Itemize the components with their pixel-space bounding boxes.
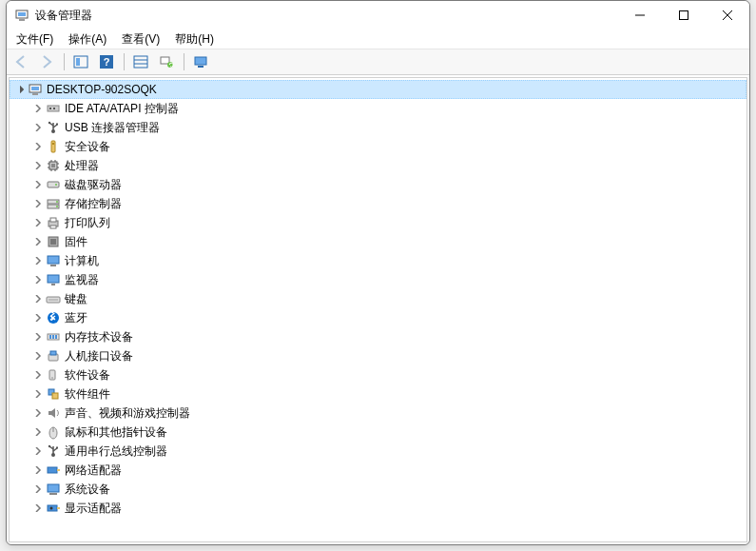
tree-node[interactable]: 蓝牙 [10,308,746,327]
window-title: 设备管理器 [35,8,618,24]
memory-tech-icon [46,329,61,344]
window-controls [618,1,749,30]
tree-root-node[interactable]: DESKTOP-902SOQK [10,80,746,99]
tree-node-label: 显示适配器 [65,501,129,517]
system-device-icon [46,482,61,497]
toolbar-help-button[interactable]: ? [94,50,119,73]
keyboard-icon [46,291,61,306]
expander-icon[interactable] [30,234,46,249]
svg-rect-52 [48,275,59,283]
expander-icon[interactable] [30,482,46,497]
tree-node[interactable]: 软件组件 [10,384,746,403]
svg-point-57 [52,299,53,300]
tree-node[interactable]: 显示适配器 [10,499,746,518]
menu-action[interactable]: 操作(A) [61,30,114,49]
tree-node[interactable]: IDE ATA/ATAPI 控制器 [10,99,746,118]
tree-node[interactable]: 磁盘驱动器 [10,175,746,194]
menu-view[interactable]: 查看(V) [114,30,167,49]
svg-rect-66 [55,335,57,339]
tree-node[interactable]: 内存技术设备 [10,327,746,346]
svg-rect-39 [48,182,59,187]
tree-node[interactable]: 安全设备 [10,137,746,156]
svg-rect-46 [50,218,56,222]
tree-node[interactable]: 计算机 [10,251,746,270]
expander-icon[interactable] [30,253,46,268]
tree-node-label: 蓝牙 [65,310,95,326]
tree-node[interactable]: 系统设备 [10,480,746,499]
svg-rect-17 [32,93,38,95]
network-adapter-icon [46,462,61,478]
menu-help[interactable]: 帮助(H) [167,30,222,49]
expander-icon[interactable] [30,158,46,173]
expander-icon[interactable] [30,291,46,306]
tree-node-label: 磁盘驱动器 [65,177,129,193]
expander-icon[interactable] [30,139,46,154]
audio-icon [46,405,61,421]
expander-icon[interactable] [30,386,46,402]
app-icon [14,8,29,23]
device-tree-pane[interactable]: DESKTOP-902SOQKIDE ATA/ATAPI 控制器USB 连接器管… [9,77,747,542]
security-device-icon [46,139,61,154]
tree-node-label: IDE ATA/ATAPI 控制器 [65,101,186,117]
expander-icon[interactable] [30,120,46,135]
expander-icon[interactable] [30,501,46,516]
tree-node[interactable]: 人机接口设备 [10,346,746,365]
toolbar-remote-button[interactable] [188,50,213,73]
svg-point-55 [48,299,49,300]
expander-icon[interactable] [30,462,46,478]
tree-node-label: 网络适配器 [65,462,129,479]
tree-node-label: USB 连接器管理器 [65,120,167,136]
svg-rect-80 [56,447,58,449]
toolbar: ? [7,49,749,75]
expander-icon[interactable] [30,177,46,192]
expander-icon[interactable] [30,424,46,440]
title-bar[interactable]: 设备管理器 [7,1,749,30]
toolbar-separator [64,53,65,70]
svg-rect-5 [76,58,80,66]
toolbar-scan-button[interactable] [154,50,179,73]
expander-icon[interactable] [30,101,46,116]
tree-node[interactable]: 通用串行总线控制器 [10,442,746,461]
firmware-icon [46,234,61,249]
expander-icon[interactable] [30,367,46,383]
tree-node[interactable]: 软件设备 [10,365,746,384]
svg-point-44 [56,206,58,207]
expander-icon[interactable] [12,82,28,97]
minimize-button[interactable] [618,1,662,30]
svg-rect-68 [50,351,56,355]
tree-node-label: 计算机 [65,253,107,269]
expander-icon[interactable] [30,310,46,325]
tree-node[interactable]: 打印队列 [10,213,746,232]
toolbar-back-button[interactable] [9,50,33,73]
expander-icon[interactable] [30,443,46,459]
toolbar-show-hide-tree-button[interactable] [68,50,93,73]
tree-node[interactable]: 网络适配器 [10,461,746,480]
expander-icon[interactable] [30,215,46,230]
tree-node[interactable]: 键盘 [10,289,746,308]
close-button[interactable] [706,1,749,30]
tree-node[interactable]: 处理器 [10,156,746,175]
maximize-button[interactable] [662,1,706,30]
svg-rect-81 [48,467,57,473]
expander-icon[interactable] [30,329,46,344]
toolbar-forward-button[interactable] [34,50,59,73]
tree-node[interactable]: 声音、视频和游戏控制器 [10,403,746,423]
tree-node[interactable]: 监视器 [10,270,746,289]
tree-node-label: 软件组件 [65,386,118,403]
svg-rect-11 [161,57,169,64]
menu-file[interactable]: 文件(F) [9,30,61,49]
tree-node[interactable]: 固件 [10,232,746,251]
svg-rect-72 [52,393,58,399]
expander-icon[interactable] [30,272,46,287]
tree-node[interactable]: 鼠标和其他指针设备 [10,423,746,442]
expander-icon[interactable] [30,348,46,364]
processor-icon [46,158,61,173]
toolbar-details-button[interactable] [128,50,153,73]
mouse-icon [46,424,61,440]
expander-icon[interactable] [30,405,46,421]
expander-icon[interactable] [30,196,46,211]
tree-node[interactable]: 存储控制器 [10,194,746,213]
software-device-icon [46,367,61,383]
tree-node[interactable]: USB 连接器管理器 [10,118,746,137]
tree-node-label: 声音、视频和游戏控制器 [65,405,198,422]
